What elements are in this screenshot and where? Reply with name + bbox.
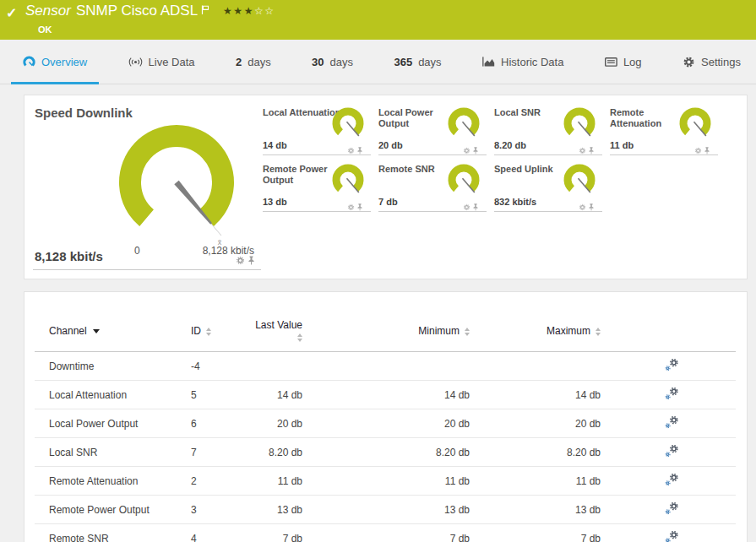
mini-gauge-value: 11 db <box>610 140 634 150</box>
gear-icon[interactable] <box>463 147 470 154</box>
tab-365-days[interactable]: 365 days <box>382 40 453 84</box>
tab-log[interactable]: Log <box>593 40 654 84</box>
channel-last-value: 20 db <box>246 409 309 438</box>
channel-name: Remote SNR <box>35 524 178 542</box>
status-ok-check-icon: ✓ <box>6 5 17 21</box>
channel-last-value: 7 db <box>246 524 309 542</box>
channel-settings-gears-icon[interactable] <box>665 415 679 429</box>
channel-minimum: 11 db <box>309 467 476 496</box>
table-row: Local Power Output 6 20 db 20 db 20 db <box>35 409 736 438</box>
divider <box>378 154 487 155</box>
sort-desc-icon <box>93 329 100 333</box>
tab-30-days[interactable]: 30 days <box>300 40 365 84</box>
log-icon <box>605 57 617 67</box>
tab-live-data[interactable]: Live Data <box>117 40 207 84</box>
mini-gauge-remote-snr: Remote SNR 7 db <box>378 162 494 219</box>
mini-gauge-dial <box>329 163 367 197</box>
mini-gauge-remote-power-output: Remote Power Output 13 db <box>263 162 378 219</box>
sensor-header-bar: ✓ Sensor SNMP Cisco ADSL ★★★☆☆ OK <box>0 0 756 40</box>
channel-minimum <box>309 352 476 381</box>
channel-id: 7 <box>178 438 246 467</box>
gear-icon[interactable] <box>347 147 355 154</box>
channel-id: 3 <box>178 496 246 524</box>
gear-icon[interactable] <box>579 203 586 211</box>
channel-settings-gears-icon[interactable] <box>665 358 679 371</box>
pin-icon[interactable] <box>472 147 479 154</box>
channel-minimum: 13 db <box>309 496 476 524</box>
mini-gauge-local-attenuation: Local Attenuation 14 db <box>263 106 378 162</box>
column-header-maximum[interactable]: Maximum <box>476 314 607 352</box>
mini-gauge-local-snr: Local SNR 8.20 db <box>494 106 610 162</box>
table-row: Remote Attenuation 2 11 db 11 db 11 db <box>35 467 736 496</box>
channel-settings-gears-icon[interactable] <box>665 501 679 515</box>
sensor-title: SNMP Cisco ADSL <box>76 3 198 19</box>
gear-icon[interactable] <box>347 203 355 211</box>
column-header-minimum[interactable]: Minimum <box>309 314 476 352</box>
mini-gauge-speed-uplink: Speed Uplink 832 kbit/s <box>494 162 610 219</box>
priority-stars-filled: ★★★ <box>223 5 254 17</box>
channel-name: Remote Attenuation <box>35 467 178 496</box>
channel-maximum <box>476 352 607 381</box>
gauge-scale-max: 8,128 kbit/s <box>151 245 254 257</box>
column-header-last-value[interactable]: Last Value <box>246 314 309 352</box>
mini-gauge-dial <box>676 106 715 140</box>
mini-gauge-dial <box>444 163 483 197</box>
historic-data-icon <box>482 57 495 67</box>
gear-icon[interactable] <box>236 256 245 265</box>
divider <box>378 211 487 212</box>
channel-minimum: 8.20 db <box>309 438 476 467</box>
tab-label: days <box>330 56 353 68</box>
channel-last-value: 8.20 db <box>246 438 309 467</box>
table-row: Local SNR 7 8.20 db 8.20 db 8.20 db <box>35 438 736 467</box>
gauge-current-value: 8,128 kbit/s <box>35 249 103 263</box>
flag-icon[interactable] <box>201 3 209 19</box>
channel-id: 5 <box>178 381 246 409</box>
pin-icon[interactable] <box>247 256 255 265</box>
gauge-scale-min: 0 <box>134 245 140 257</box>
column-header-channel[interactable]: Channel <box>35 314 178 352</box>
channel-maximum: 8.20 db <box>476 438 607 467</box>
table-row: Remote Power Output 3 13 db 13 db 13 db <box>35 496 736 524</box>
gear-icon[interactable] <box>463 203 470 211</box>
column-header-id[interactable]: ID <box>178 314 246 352</box>
column-header-actions <box>607 314 736 352</box>
tab-number: 30 <box>312 56 324 68</box>
channel-last-value: 13 db <box>246 496 309 524</box>
pin-icon[interactable] <box>472 203 479 211</box>
gear-icon[interactable] <box>579 147 586 154</box>
tab-label: days <box>247 56 270 68</box>
gauge-icon <box>23 56 35 68</box>
priority-stars[interactable]: ★★★☆☆ <box>223 5 275 17</box>
tab-label: Settings <box>701 56 741 68</box>
pin-icon[interactable] <box>356 203 363 211</box>
pin-icon[interactable] <box>356 147 363 154</box>
sort-icon <box>297 333 302 342</box>
mini-gauge-dial <box>444 106 483 140</box>
divider <box>494 154 602 155</box>
gear-icon[interactable] <box>694 147 702 154</box>
tab-historic-data[interactable]: Historic Data <box>470 40 575 84</box>
mini-gauge-dial <box>560 106 599 140</box>
channel-maximum: 13 db <box>476 496 607 524</box>
tab-number: 2 <box>236 56 242 68</box>
tab-overview[interactable]: Overview <box>11 40 99 84</box>
channel-maximum: 14 db <box>476 381 607 409</box>
tab-settings[interactable]: Settings <box>671 40 753 84</box>
channel-maximum: 7 db <box>476 524 607 542</box>
tab-label: Historic Data <box>501 56 563 68</box>
channel-name: Local Attenuation <box>35 381 178 409</box>
pin-icon[interactable] <box>588 203 595 211</box>
channel-last-value <box>246 352 309 381</box>
primary-gauge-speed-downlink: Speed Downlink x̄ 0 8,128 kbit/s 8,128 k… <box>24 95 263 279</box>
pin-icon[interactable] <box>704 147 710 154</box>
channel-settings-gears-icon[interactable] <box>665 530 679 542</box>
sensor-kind-label: Sensor <box>25 3 71 19</box>
mini-gauge-value: 7 db <box>378 197 398 207</box>
tab-2-days[interactable]: 2 days <box>224 40 283 84</box>
mini-gauge-value: 13 db <box>263 197 287 207</box>
channel-settings-gears-icon[interactable] <box>665 444 679 458</box>
pin-icon[interactable] <box>588 147 595 154</box>
sort-icon <box>465 328 470 336</box>
channel-settings-gears-icon[interactable] <box>665 473 679 486</box>
channel-settings-gears-icon[interactable] <box>665 387 679 400</box>
